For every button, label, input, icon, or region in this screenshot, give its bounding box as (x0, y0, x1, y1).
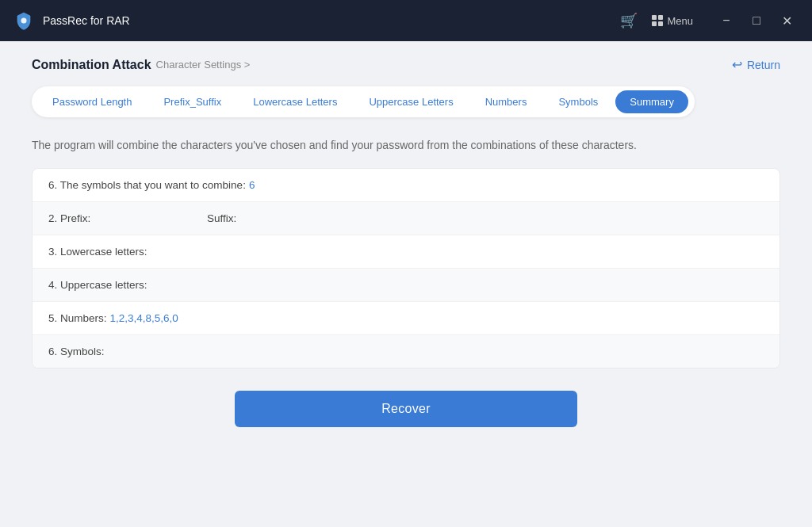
app-title: PassRec for RAR (43, 14, 620, 27)
breadcrumb-row: Combination Attack Character Settings > … (32, 57, 780, 72)
tab-lowercase-letters[interactable]: Lowercase Letters (239, 90, 351, 113)
cart-icon[interactable]: 🛒 (620, 12, 638, 29)
row-value: 6 (249, 179, 255, 191)
tab-prefix-suffix[interactable]: Prefix_Suffix (149, 90, 236, 113)
svg-point-0 (21, 18, 27, 24)
menu-button[interactable]: Menu (652, 15, 693, 27)
summary-table: 6. The symbols that you want to combine:… (32, 168, 780, 369)
summary-row-numbers: 5. Numbers: 1,2,3,4,8,5,6,0 (33, 302, 779, 335)
recover-button[interactable]: Recover (235, 391, 577, 427)
window-controls: 🛒 Menu − □ ✕ (620, 8, 799, 33)
row-value: 1,2,3,4,8,5,6,0 (110, 312, 178, 324)
app-logo (13, 10, 35, 32)
title-bar: PassRec for RAR 🛒 Menu − □ ✕ (0, 0, 812, 41)
summary-row-symbols-combine: 6. The symbols that you want to combine:… (33, 169, 779, 202)
row-label: 3. Lowercase letters: (48, 246, 147, 258)
breadcrumb-sub: Character Settings > (156, 59, 251, 71)
tab-uppercase-letters[interactable]: Uppercase Letters (354, 90, 467, 113)
return-icon: ↩ (732, 57, 742, 72)
tab-summary[interactable]: Summary (615, 90, 688, 113)
return-label: Return (747, 59, 780, 71)
tab-symbols[interactable]: Symbols (544, 90, 612, 113)
prefix-label: 2. Prefix: (48, 212, 207, 224)
summary-row-symbols-row: 6. Symbols: (33, 335, 779, 368)
tab-numbers[interactable]: Numbers (471, 90, 542, 113)
close-button[interactable]: ✕ (774, 8, 799, 33)
row-label: 6. The symbols that you want to combine: (48, 179, 246, 191)
summary-row-lowercase: 3. Lowercase letters: (33, 235, 779, 269)
breadcrumb: Combination Attack Character Settings > (32, 58, 250, 72)
recover-section: Recover (32, 391, 780, 427)
menu-grid-icon (652, 15, 663, 26)
main-content: Combination Attack Character Settings > … (0, 41, 812, 527)
summary-row-prefix-suffix-row: 2. Prefix:Suffix: (33, 202, 779, 235)
maximize-button[interactable]: □ (744, 8, 769, 33)
breadcrumb-main: Combination Attack (32, 58, 151, 72)
tab-password-length[interactable]: Password Length (38, 90, 146, 113)
minimize-button[interactable]: − (714, 8, 739, 33)
tabs-container: Password LengthPrefix_SuffixLowercase Le… (32, 86, 695, 117)
row-label: 5. Numbers: (48, 312, 107, 324)
menu-label: Menu (667, 15, 693, 27)
return-button[interactable]: ↩ Return (732, 57, 780, 72)
row-label: 6. Symbols: (48, 346, 105, 357)
row-label: 4. Uppercase letters: (48, 279, 147, 291)
summary-row-uppercase: 4. Uppercase letters: (33, 269, 779, 302)
suffix-label: Suffix: (207, 212, 236, 224)
description-text: The program will combine the characters … (32, 136, 780, 154)
